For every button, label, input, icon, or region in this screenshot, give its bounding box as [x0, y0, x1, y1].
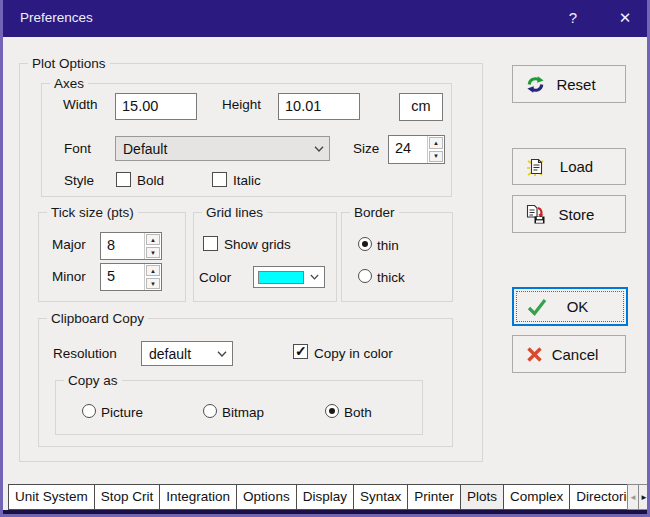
grid-lines-group: Grid lines	[193, 212, 337, 302]
thick-label: thick	[377, 270, 405, 285]
major-spinner-up[interactable]: ▲	[146, 234, 160, 245]
store-document-icon	[526, 204, 546, 224]
reset-button[interactable]: Reset	[512, 65, 626, 103]
font-dropdown[interactable]: Default	[115, 136, 330, 161]
help-button[interactable]: ?	[558, 0, 588, 37]
tab-printer[interactable]: Printer	[407, 484, 461, 510]
x-icon	[526, 346, 543, 363]
border-group: Border	[341, 212, 453, 302]
size-spinner-up[interactable]: ▲	[429, 137, 443, 149]
cancel-button[interactable]: Cancel	[512, 335, 626, 373]
copy-as-label: Copy as	[64, 373, 122, 388]
font-dropdown-value: Default	[116, 141, 309, 157]
bitmap-label: Bitmap	[222, 405, 264, 420]
copy-in-color-label: Copy in color	[314, 346, 393, 361]
width-input[interactable]: 15.00	[115, 93, 197, 120]
minor-spinner[interactable]: 5 ▲ ▼	[100, 263, 162, 291]
clipboard-copy-label: Clipboard Copy	[47, 311, 148, 326]
plot-options-label: Plot Options	[28, 56, 110, 71]
grid-color-swatch	[258, 271, 304, 284]
window-left-border	[0, 0, 3, 517]
show-grids-checkbox[interactable]	[203, 236, 218, 251]
ok-button[interactable]: OK	[512, 287, 628, 326]
bold-checkbox[interactable]	[116, 172, 131, 187]
store-button-label: Store	[546, 206, 607, 223]
italic-checkbox[interactable]	[212, 172, 227, 187]
tab-complex[interactable]: Complex	[503, 484, 570, 510]
major-spinner-down[interactable]: ▼	[146, 247, 160, 258]
major-spinner-value: 8	[101, 233, 144, 259]
tab-stop-crit[interactable]: Stop Crit	[94, 484, 161, 510]
cancel-button-label: Cancel	[543, 346, 607, 363]
border-label: Border	[350, 205, 399, 220]
height-input[interactable]: 10.01	[278, 93, 360, 120]
load-button[interactable]: Load	[512, 148, 626, 185]
minor-spinner-value: 5	[101, 264, 144, 290]
tick-size-label: Tick size (pts)	[47, 205, 138, 220]
major-spinner[interactable]: 8 ▲ ▼	[100, 232, 162, 260]
tab-syntax[interactable]: Syntax	[353, 484, 408, 510]
tab-plots[interactable]: Plots	[460, 484, 504, 510]
chevron-down-icon	[304, 274, 324, 280]
axes-label: Axes	[50, 76, 88, 91]
picture-radio[interactable]	[82, 404, 96, 418]
tab-bar: Unit SystemStop CritIntegrationOptionsDi…	[3, 484, 647, 510]
store-button[interactable]: Store	[512, 195, 626, 233]
grid-lines-label: Grid lines	[202, 205, 267, 220]
chevron-down-icon	[309, 146, 329, 152]
preferences-dialog: Preferences ? ✕ Plot Options Axes Width …	[0, 0, 650, 517]
tab-integration[interactable]: Integration	[159, 484, 237, 510]
close-icon[interactable]: ✕	[608, 0, 642, 37]
dialog-body: Plot Options Axes Width 15.00 Height 10.…	[3, 37, 647, 484]
chevron-down-icon	[212, 351, 232, 357]
thin-label: thin	[377, 238, 399, 253]
grid-color-dropdown[interactable]	[253, 266, 325, 288]
ok-button-label: OK	[547, 298, 608, 315]
unit-input[interactable]: cm	[399, 93, 443, 121]
tab-display[interactable]: Display	[296, 484, 354, 510]
title-bar[interactable]: Preferences ? ✕	[0, 0, 650, 37]
thin-radio[interactable]	[358, 237, 372, 251]
minor-spinner-down[interactable]: ▼	[146, 278, 160, 289]
refresh-icon	[526, 75, 545, 94]
reset-button-label: Reset	[545, 76, 607, 93]
resolution-dropdown[interactable]: default	[141, 341, 233, 366]
size-spinner[interactable]: 24 ▲ ▼	[388, 135, 445, 164]
both-label: Both	[344, 405, 372, 420]
picture-label: Picture	[101, 405, 143, 420]
tab-options[interactable]: Options	[236, 484, 297, 510]
load-button-label: Load	[546, 158, 607, 175]
both-radio[interactable]	[325, 404, 339, 418]
tab-unit-system[interactable]: Unit System	[8, 484, 95, 510]
color-label: Color	[199, 270, 231, 285]
minor-spinner-up[interactable]: ▲	[146, 265, 160, 276]
size-label: Size	[353, 141, 379, 156]
font-label: Font	[64, 141, 91, 156]
minor-label: Minor	[52, 269, 86, 284]
load-document-icon	[526, 157, 546, 177]
window-title: Preferences	[20, 10, 93, 25]
resolution-dropdown-value: default	[142, 346, 212, 362]
show-grids-label: Show grids	[224, 237, 291, 252]
size-spinner-value: 24	[389, 136, 427, 163]
resolution-label: Resolution	[53, 346, 117, 361]
thick-radio[interactable]	[358, 269, 372, 283]
major-label: Major	[52, 237, 86, 252]
check-icon	[527, 298, 547, 316]
copy-in-color-checkbox[interactable]	[293, 344, 308, 359]
size-spinner-down[interactable]: ▼	[429, 151, 443, 163]
italic-label: Italic	[233, 173, 261, 188]
bold-label: Bold	[137, 173, 164, 188]
style-label: Style	[64, 173, 94, 188]
bitmap-radio[interactable]	[203, 404, 217, 418]
width-label: Width	[63, 97, 98, 112]
height-label: Height	[222, 97, 261, 112]
